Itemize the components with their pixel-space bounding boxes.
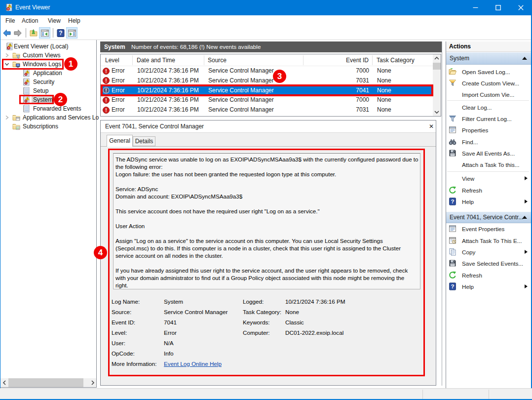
- tree-item-setup[interactable]: Setup: [0, 86, 96, 95]
- column-header-task-category[interactable]: Task Category: [377, 54, 415, 66]
- tree-item-security[interactable]: Security: [0, 78, 96, 86]
- scroll-left-button[interactable]: [0, 378, 8, 387]
- column-separator[interactable]: [204, 55, 204, 65]
- menu-view[interactable]: View: [48, 15, 61, 26]
- action-refresh[interactable]: Refresh: [446, 270, 531, 281]
- tree-item-label[interactable]: Application: [32, 69, 62, 78]
- action-refresh[interactable]: Refresh: [446, 185, 531, 196]
- datetime-cell: 10/21/2024 7:36:16 PM: [137, 66, 199, 76]
- column-header-event-id[interactable]: Event ID: [304, 54, 369, 66]
- folder-window-icon: [12, 114, 20, 121]
- action-attach-a-task-to-this[interactable]: Attach a Task To this...: [446, 159, 531, 170]
- svg-text:?: ?: [451, 199, 454, 204]
- action-clear-log[interactable]: Clear Log...: [446, 102, 531, 113]
- action-item-label: Attach Task To This E...: [462, 235, 522, 246]
- minimize-button[interactable]: [464, 0, 487, 15]
- tree-scrollbar-thumb[interactable]: [8, 378, 83, 387]
- event-row[interactable]: !Error 10/21/2024 7:36:16 PM Service Con…: [101, 105, 433, 115]
- column-header-source[interactable]: Source: [208, 54, 227, 66]
- refresh-icon: [449, 186, 456, 194]
- action-event-properties[interactable]: Event Properties: [446, 223, 531, 235]
- actions-separator: [447, 171, 529, 172]
- forward-arrow-icon[interactable]: [14, 29, 22, 37]
- collapse-chevron-icon: [522, 57, 527, 60]
- action-help[interactable]: ? Help: [446, 281, 531, 292]
- tree-item-forwarded-events[interactable]: Forwarded Events: [0, 104, 96, 113]
- level-label: Error: [112, 95, 125, 105]
- event-row[interactable]: !Error 10/21/2024 7:36:16 PM Service Con…: [101, 66, 433, 76]
- log-alert-icon: [22, 69, 30, 77]
- column-header-level[interactable]: Level: [105, 54, 119, 66]
- actions-section-header-event[interactable]: Event 7041, Service Contr...: [446, 212, 531, 223]
- tree-item-event-viewer-local[interactable]: Event Viewer (Local): [0, 42, 96, 51]
- action-copy[interactable]: Copy: [446, 246, 531, 258]
- tree-item-label[interactable]: Setup: [32, 86, 48, 95]
- log-event-count: Number of events: 68,186 (!) New events …: [131, 41, 261, 52]
- action-view[interactable]: View: [446, 173, 531, 184]
- action-item-label: Event Properties: [462, 223, 504, 235]
- column-separator[interactable]: [303, 55, 304, 65]
- action-filter-current-log[interactable]: Filter Current Log...: [446, 113, 531, 124]
- help-icon[interactable]: ?: [57, 29, 65, 37]
- chevron-right-icon[interactable]: [4, 53, 9, 58]
- tree-item-label[interactable]: Event Viewer (Local): [12, 42, 69, 51]
- table-vertical-scrollbar[interactable]: [433, 54, 441, 116]
- tree-item-label[interactable]: Subscriptions: [21, 122, 58, 131]
- scroll-up-button[interactable]: [433, 54, 441, 62]
- action-item-label: Save Selected Events...: [462, 258, 523, 269]
- column-separator[interactable]: [132, 55, 133, 65]
- menu-help[interactable]: Help: [68, 15, 80, 26]
- chevron-right-icon[interactable]: [4, 115, 9, 120]
- action-help[interactable]: ? Help: [446, 196, 531, 207]
- action-item-label: Refresh: [462, 270, 482, 281]
- show-console-tree-icon: [41, 29, 49, 37]
- action-import-custom-vie[interactable]: Import Custom Vie...: [446, 89, 531, 100]
- tree-item-label[interactable]: Applications and Services Lo: [21, 113, 99, 122]
- tree-horizontal-scrollbar[interactable]: [0, 378, 96, 387]
- tab-general[interactable]: General: [107, 135, 133, 147]
- tab-details[interactable]: Details: [133, 136, 155, 146]
- tree-item-label[interactable]: Forwarded Events: [32, 104, 81, 113]
- log-plain-icon: [22, 87, 30, 95]
- scroll-right-button[interactable]: [89, 378, 96, 387]
- preview-close-icon[interactable]: ✕: [428, 123, 435, 130]
- column-header-date-and-time[interactable]: Date and Time: [137, 54, 175, 66]
- event-row[interactable]: !Error 10/21/2024 7:36:16 PM Service Con…: [101, 95, 433, 105]
- level-label: Error: [112, 66, 125, 76]
- action-item-label: View: [462, 173, 474, 184]
- action-open-saved-log[interactable]: Open Saved Log...: [446, 66, 531, 78]
- annotation-circle-3: 3: [273, 70, 286, 83]
- column-separator[interactable]: [372, 55, 373, 65]
- show-console-tree-button[interactable]: [39, 27, 50, 39]
- action-properties[interactable]: Properties: [446, 124, 531, 136]
- maximize-button[interactable]: [487, 0, 509, 15]
- toolbar-separator: [53, 28, 53, 38]
- action-find[interactable]: Find...: [446, 136, 531, 148]
- show-action-pane-button[interactable]: [66, 27, 77, 39]
- action-save-all-events-as[interactable]: Save All Events As...: [446, 148, 531, 159]
- annotation-box-windows-logs: [2, 59, 64, 70]
- export-folder-icon[interactable]: [30, 29, 38, 37]
- table-scrollbar-thumb[interactable]: [433, 63, 441, 70]
- chevron-left-icon: [2, 380, 6, 385]
- back-arrow-icon[interactable]: [3, 29, 11, 37]
- menu-file[interactable]: File: [5, 15, 15, 26]
- scroll-down-button[interactable]: [433, 108, 441, 116]
- level-cell: !Error: [101, 66, 133, 76]
- action-create-custom-view[interactable]: Create Custom View...: [446, 78, 531, 89]
- tree-item-label[interactable]: Security: [32, 78, 54, 86]
- action-item-label: Clear Log...: [462, 102, 492, 113]
- tree-item-application[interactable]: Application: [0, 69, 96, 78]
- floppy-icon: [449, 149, 456, 157]
- action-save-selected-events[interactable]: Save Selected Events...: [446, 258, 531, 269]
- menu-action[interactable]: Action: [22, 15, 38, 26]
- actions-section-header-system[interactable]: System: [446, 52, 531, 65]
- funnel-color-icon: [449, 79, 456, 87]
- help-icon: ?: [449, 198, 456, 205]
- close-button[interactable]: [509, 0, 532, 15]
- action-item-label: Create Custom View...: [462, 78, 519, 89]
- action-attach-task-to-this-e[interactable]: Attach Task To This E...: [446, 235, 531, 246]
- tree-item-subscriptions[interactable]: Subscriptions: [0, 122, 96, 131]
- error-icon: !: [103, 97, 110, 104]
- tree-item-applications-and-services-lo[interactable]: Applications and Services Lo: [0, 113, 96, 122]
